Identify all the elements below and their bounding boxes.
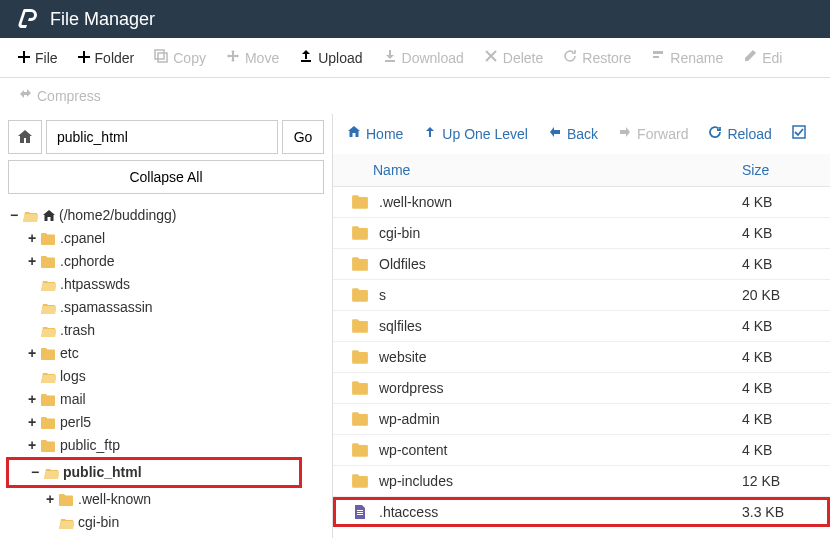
- tree-item[interactable]: +etc: [8, 342, 324, 365]
- tree-item[interactable]: +mail: [8, 388, 324, 411]
- file-name: wp-admin: [379, 411, 742, 427]
- download-button: Download: [373, 43, 474, 72]
- file-name: .htaccess: [379, 504, 742, 520]
- tree-item[interactable]: +.cphorde: [8, 250, 324, 273]
- file-name: Oldfiles: [379, 256, 742, 272]
- tree-item[interactable]: cgi-bin: [8, 511, 324, 534]
- expand-toggle[interactable]: +: [26, 435, 38, 456]
- up-icon: [423, 125, 437, 142]
- file-button[interactable]: File: [8, 44, 68, 72]
- expand-toggle[interactable]: +: [26, 228, 38, 249]
- tree-panel: Go Collapse All −(/home2/buddingg)+.cpan…: [0, 114, 333, 538]
- expand-toggle[interactable]: −: [29, 462, 41, 483]
- tree-item[interactable]: logs: [8, 365, 324, 388]
- file-row[interactable]: wp-admin4 KB: [333, 404, 830, 435]
- column-size[interactable]: Size: [742, 162, 812, 178]
- restore-icon: [563, 49, 577, 66]
- up-one-level-button[interactable]: Up One Level: [423, 125, 528, 142]
- copy-button: Copy: [144, 43, 216, 72]
- file-row[interactable]: .htaccess3.3 KB: [333, 497, 830, 527]
- file-row[interactable]: wp-includes12 KB: [333, 466, 830, 497]
- expand-toggle[interactable]: +: [26, 412, 38, 433]
- file-size: 4 KB: [742, 380, 812, 396]
- cpanel-logo-icon: [14, 7, 38, 31]
- tree-item[interactable]: .trash: [8, 319, 324, 342]
- expand-toggle[interactable]: +: [44, 489, 56, 510]
- rename-icon: [651, 49, 665, 66]
- file-row[interactable]: sqlfiles4 KB: [333, 311, 830, 342]
- compress-button: Compress: [8, 82, 111, 111]
- reload-icon: [708, 125, 722, 142]
- expand-toggle[interactable]: +: [26, 251, 38, 272]
- home-icon: [347, 125, 361, 142]
- rename-button: Rename: [641, 43, 733, 72]
- file-size: 4 KB: [742, 225, 812, 241]
- file-size: 4 KB: [742, 442, 812, 458]
- svg-rect-1: [158, 53, 167, 62]
- path-input[interactable]: [46, 120, 278, 154]
- edit-icon: [743, 49, 757, 66]
- plus-icon: [18, 50, 30, 66]
- tree-item-label: .cphorde: [60, 251, 114, 272]
- tree-item[interactable]: .spamassassin: [8, 296, 324, 319]
- plus-icon: [78, 50, 90, 66]
- select-icon: [792, 125, 806, 142]
- tree-item-label: .well-known: [78, 489, 151, 510]
- tree-item[interactable]: +perl5: [8, 411, 324, 434]
- file-name: s: [379, 287, 742, 303]
- folder-button[interactable]: Folder: [68, 44, 145, 72]
- back-icon: [548, 125, 562, 142]
- folder-tree: −(/home2/buddingg)+.cpanel+.cphorde.htpa…: [8, 204, 324, 538]
- file-row[interactable]: s20 KB: [333, 280, 830, 311]
- file-row[interactable]: wp-content4 KB: [333, 435, 830, 466]
- file-row[interactable]: cgi-bin4 KB: [333, 218, 830, 249]
- file-row[interactable]: wordpress4 KB: [333, 373, 830, 404]
- tree-item[interactable]: +.cpanel: [8, 227, 324, 250]
- copy-icon: [154, 49, 168, 66]
- go-button[interactable]: Go: [282, 120, 324, 154]
- restore-button: Restore: [553, 43, 641, 72]
- edi-button: Edi: [733, 43, 792, 72]
- file-name: cgi-bin: [379, 225, 742, 241]
- file-size: 20 KB: [742, 287, 812, 303]
- column-name[interactable]: Name: [351, 162, 742, 178]
- tree-item-label: public_ftp: [60, 435, 120, 456]
- home-button[interactable]: Home: [347, 125, 403, 142]
- svg-rect-2: [793, 126, 805, 138]
- tree-item-label: .htpasswds: [60, 274, 130, 295]
- tree-item[interactable]: +.well-known: [8, 488, 324, 511]
- expand-toggle[interactable]: +: [26, 343, 38, 364]
- file-size: 4 KB: [742, 411, 812, 427]
- file-list: .well-known4 KBcgi-bin4 KBOldfiles4 KBs2…: [333, 187, 830, 538]
- file-name: wp-content: [379, 442, 742, 458]
- home-button[interactable]: [8, 120, 42, 154]
- tree-item[interactable]: +public_ftp: [8, 434, 324, 457]
- upload-button[interactable]: Upload: [289, 43, 372, 72]
- back-button[interactable]: Back: [548, 125, 598, 142]
- secondary-toolbar: Compress: [0, 78, 830, 114]
- tree-item[interactable]: +Oldfiles: [8, 534, 324, 538]
- tree-item[interactable]: .htpasswds: [8, 273, 324, 296]
- file-row[interactable]: .well-known4 KB: [333, 187, 830, 218]
- expand-toggle[interactable]: +: [26, 389, 38, 410]
- app-header: File Manager: [0, 0, 830, 38]
- tree-item-label: perl5: [60, 412, 91, 433]
- file-name: wp-includes: [379, 473, 742, 489]
- tree-root[interactable]: −(/home2/buddingg): [8, 204, 324, 227]
- reload-button[interactable]: Reload: [708, 125, 771, 142]
- select-all-button[interactable]: [792, 125, 806, 142]
- collapse-toggle[interactable]: −: [8, 205, 20, 226]
- file-row[interactable]: website4 KB: [333, 342, 830, 373]
- collapse-all-button[interactable]: Collapse All: [8, 160, 324, 194]
- tree-item-label: public_html: [63, 462, 142, 483]
- tree-item-label: .spamassassin: [60, 297, 153, 318]
- upload-icon: [299, 49, 313, 66]
- file-size: 4 KB: [742, 194, 812, 210]
- main-toolbar: FileFolderCopyMoveUploadDownloadDeleteRe…: [0, 38, 830, 78]
- file-list-header: Name Size: [333, 154, 830, 187]
- file-name: .well-known: [379, 194, 742, 210]
- file-row[interactable]: Oldfiles4 KB: [333, 249, 830, 280]
- tree-item[interactable]: −public_html: [11, 461, 297, 484]
- delete-button: Delete: [474, 43, 553, 72]
- file-size: 12 KB: [742, 473, 812, 489]
